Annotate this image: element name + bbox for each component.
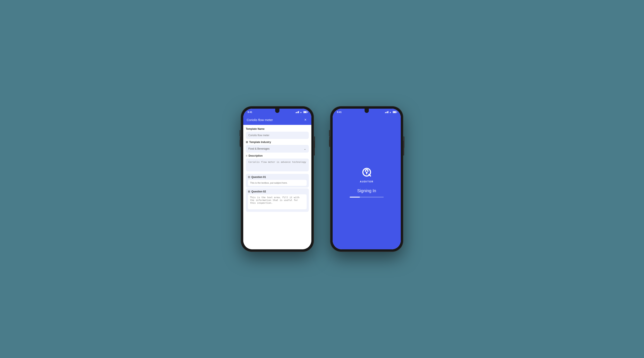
signal-bar-2-1 [385,112,386,113]
volume-up-button [240,130,240,136]
template-name-label: Template Name [246,127,309,130]
signal-icon [296,111,299,113]
auditor-svg [360,167,373,180]
signal-bar-3 [298,111,298,113]
progress-bar [350,197,384,198]
question-02-label: ⊟ Question 02 [248,190,307,193]
logo-container: AUDITOR [360,167,374,183]
status-bar-1: 9:41 ▲ [243,109,311,115]
wifi-icon-2: ▲ [389,111,392,113]
splash-screen: AUDITOR Signing In [333,115,401,249]
battery-icon-2 [393,111,396,113]
svg-rect-3 [366,172,367,174]
auditor-text: AUDITOR [360,180,374,183]
phone-2-screen: 9:41 ▲ [333,109,401,249]
question-01-section: ⊡ Question 01 [246,174,309,188]
volume-up-button-2 [329,130,330,136]
signal-bar-2-4 [388,111,388,113]
template-industry-section: ⊞ Template Industry Food & Beverages ⌄ [246,141,309,152]
app-header-title: Coriolis flow meter [247,118,273,122]
question-01-icon: ⊡ [248,175,250,178]
description-label: ≡ Description [246,154,309,157]
description-label-text: Description [248,154,262,157]
template-name-input[interactable] [246,132,309,139]
phone-2: 9:41 ▲ [330,107,403,251]
notch-1 [275,109,280,113]
form-content: Template Name ⊞ Template Industry Food &… [243,125,311,215]
signal-bar-1 [296,112,296,113]
volume-down-button [240,140,240,146]
question-02-section: ⊟ Question 02 [246,188,309,212]
signal-bar-2-2 [386,112,386,113]
power-button-2 [404,136,404,148]
description-section: ≡ Description [246,154,309,172]
template-industry-label: ⊞ Template Industry [246,141,309,144]
question-01-input[interactable] [248,180,307,186]
description-textarea[interactable] [246,158,309,171]
phone-1-screen: 9:41 ▲ Coriolis flow meter × [243,109,311,249]
signal-bar-2-3 [387,111,388,113]
question-02-icon: ⊟ [248,190,250,193]
template-industry-select[interactable]: Food & Beverages ⌄ [246,145,309,152]
signal-bar-2 [296,112,297,113]
power-button [314,136,315,148]
question-02-textarea[interactable] [248,194,307,209]
industry-icon: ⊞ [246,141,248,144]
template-industry-value: Food & Beverages [248,147,270,150]
auditor-logo-icon [360,167,373,180]
form-screen[interactable]: Template Name ⊞ Template Industry Food &… [243,125,311,249]
status-icons-1: ▲ [296,111,307,113]
signing-in-text: Signing In [357,188,376,193]
battery-fill [304,111,306,113]
battery-fill-2 [393,111,396,113]
question-01-label: ⊡ Question 01 [248,175,307,178]
chevron-down-icon: ⌄ [304,147,306,150]
signal-icon-2 [385,111,388,113]
volume-down-button-2 [329,140,330,146]
status-time-1: 9:41 [248,111,252,113]
status-time-2: 9:41 [337,111,342,113]
template-industry-label-text: Template Industry [249,141,271,144]
description-icon: ≡ [246,154,247,157]
status-bar-2: 9:41 ▲ [333,109,401,115]
progress-bar-fill [350,197,360,198]
signal-bar-4 [298,111,299,113]
status-icons-2: ▲ [385,111,396,113]
question-02-label-text: Question 02 [251,190,266,193]
battery-icon [303,111,307,113]
question-01-label-text: Question 01 [251,175,266,178]
app-header: Coriolis flow meter × [243,115,311,125]
notch-2 [364,109,369,113]
wifi-icon: ▲ [300,111,302,113]
close-button[interactable]: × [303,117,308,122]
template-name-section: Template Name [246,127,309,139]
phone-1: 9:41 ▲ Coriolis flow meter × [241,107,314,251]
